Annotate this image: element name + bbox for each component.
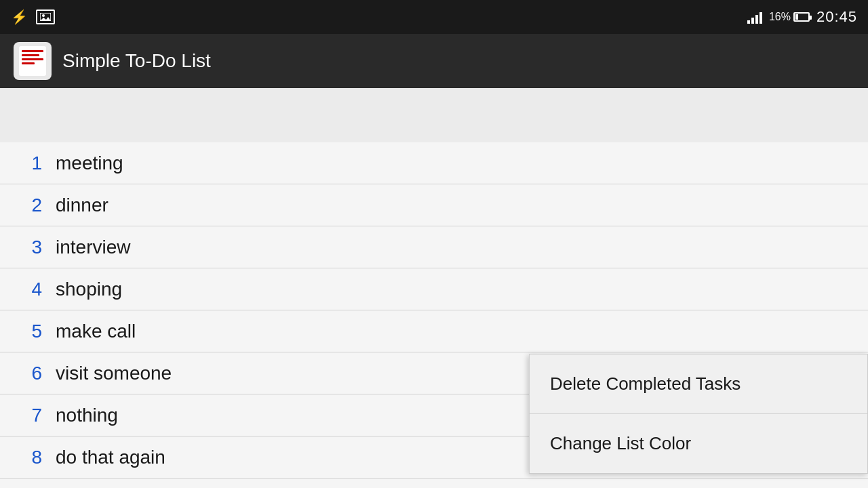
item-number: 5 [20, 321, 42, 342]
item-number: 2 [20, 195, 42, 216]
status-left-icons: ⚡ [11, 9, 55, 25]
battery-container: 16% [769, 11, 810, 23]
item-number: 8 [20, 447, 42, 468]
item-number: 4 [20, 279, 42, 300]
status-right-icons: 16% 20:45 [747, 8, 857, 26]
context-menu: Delete Completed TasksChange List Color [529, 354, 868, 474]
item-number: 1 [20, 152, 42, 174]
item-text: dinner [56, 195, 108, 216]
app-header: Simple To-Do List [0, 34, 868, 88]
app-icon [14, 42, 52, 80]
todo-item[interactable]: 1 meeting [0, 142, 868, 184]
usb-icon: ⚡ [11, 9, 28, 25]
todo-item[interactable]: 5 make call [0, 310, 868, 352]
context-menu-item[interactable]: Delete Completed Tasks [530, 354, 867, 414]
signal-icon [747, 10, 762, 24]
todo-item[interactable]: 3 interview [0, 226, 868, 268]
item-text: interview [56, 237, 130, 258]
item-number: 6 [20, 363, 42, 384]
item-text: shoping [56, 279, 122, 300]
top-spacer [0, 88, 868, 142]
item-text: do that again [56, 447, 165, 468]
todo-item[interactable]: 2 dinner [0, 184, 868, 226]
item-number: 3 [20, 237, 42, 258]
battery-icon [793, 12, 810, 22]
item-text: nothing [56, 405, 118, 426]
svg-point-1 [42, 14, 45, 17]
status-bar: ⚡ 16% 20:45 [0, 0, 868, 34]
item-text: meeting [56, 152, 123, 174]
battery-percent: 16% [769, 11, 791, 23]
app-title: Simple To-Do List [62, 50, 211, 72]
item-text: make call [56, 321, 136, 342]
add-item-row: 1 [0, 479, 868, 488]
time-display: 20:45 [816, 8, 857, 26]
item-text: visit someone [56, 363, 172, 384]
image-icon [36, 9, 55, 24]
item-number: 7 [20, 405, 42, 426]
context-menu-item[interactable]: Change List Color [530, 414, 867, 473]
todo-item[interactable]: 4 shoping [0, 268, 868, 310]
main-content: 1 meeting 2 dinner 3 interview 4 shoping… [0, 88, 868, 488]
